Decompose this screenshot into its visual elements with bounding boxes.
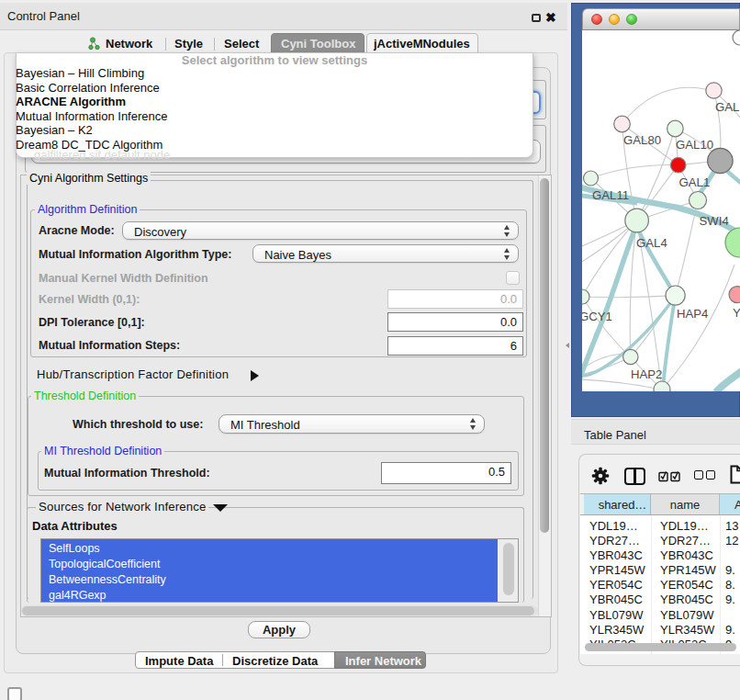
svg-text:SWI4: SWI4: [700, 214, 729, 228]
svg-text:GAL2: GAL2: [715, 100, 740, 114]
svg-text:HAP4: HAP4: [677, 307, 708, 321]
svg-text:GAL11: GAL11: [592, 188, 629, 202]
svg-text:GAL1: GAL1: [679, 175, 711, 189]
svg-text:YB: YB: [733, 306, 740, 320]
svg-text:GAL80: GAL80: [623, 133, 661, 147]
svg-text:GAL4: GAL4: [636, 236, 667, 250]
svg-text:GAL10: GAL10: [676, 138, 713, 152]
svg-text:HAP2: HAP2: [631, 367, 662, 381]
svg-text:GCY1: GCY1: [582, 310, 612, 323]
